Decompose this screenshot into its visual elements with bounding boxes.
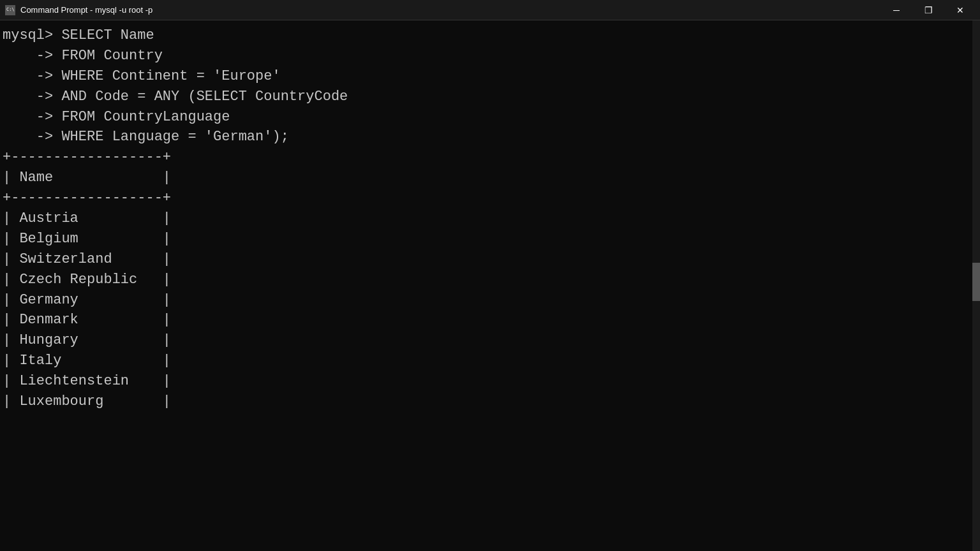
table-row-1: | Belgium | <box>3 231 171 247</box>
query-line5: -> FROM CountryLanguage <box>3 109 230 125</box>
terminal-icon: C:\ <box>5 5 15 15</box>
table-row-9: | Luxembourg | <box>3 393 171 409</box>
table-border-top: +------------------+ <box>3 149 171 165</box>
close-button[interactable]: ✕ <box>946 0 975 20</box>
table-header: | Name | <box>3 170 171 186</box>
table-row-0: | Austria | <box>3 210 171 226</box>
table-row-3: | Czech Republic | <box>3 272 171 288</box>
table-row-6: | Hungary | <box>3 332 171 348</box>
window-controls: ─ ❐ ✕ <box>882 0 975 20</box>
table-row-5: | Denmark | <box>3 312 171 328</box>
table-row-8: | Liechtenstein | <box>3 373 171 389</box>
table-row-2: | Switzerland | <box>3 251 171 267</box>
table-row-4: | Germany | <box>3 292 171 308</box>
minimize-button[interactable]: ─ <box>882 0 911 20</box>
prompt-line: mysql> SELECT Name <box>3 27 154 43</box>
svg-text:C:\: C:\ <box>6 7 15 12</box>
query-line4: -> AND Code = ANY (SELECT CountryCode <box>3 89 348 105</box>
query-line6: -> WHERE Language = 'German'); <box>3 129 289 145</box>
table-row-7: | Italy | <box>3 353 171 369</box>
maximize-button[interactable]: ❐ <box>914 0 943 20</box>
query-line1: SELECT Name <box>61 27 154 43</box>
mysql-prompt: mysql> <box>3 27 61 43</box>
title-bar: C:\ Command Prompt - mysql -u root -p ─ … <box>0 0 980 20</box>
query-line2: -> FROM Country <box>3 48 163 64</box>
scrollbar-thumb[interactable] <box>972 263 980 301</box>
terminal-content: mysql> SELECT Name -> FROM Country -> WH… <box>0 20 980 417</box>
scrollbar[interactable] <box>972 20 980 551</box>
query-line3: -> WHERE Continent = 'Europe' <box>3 68 281 84</box>
window-title: Command Prompt - mysql -u root -p <box>20 5 152 15</box>
table-border-mid: +------------------+ <box>3 190 171 206</box>
